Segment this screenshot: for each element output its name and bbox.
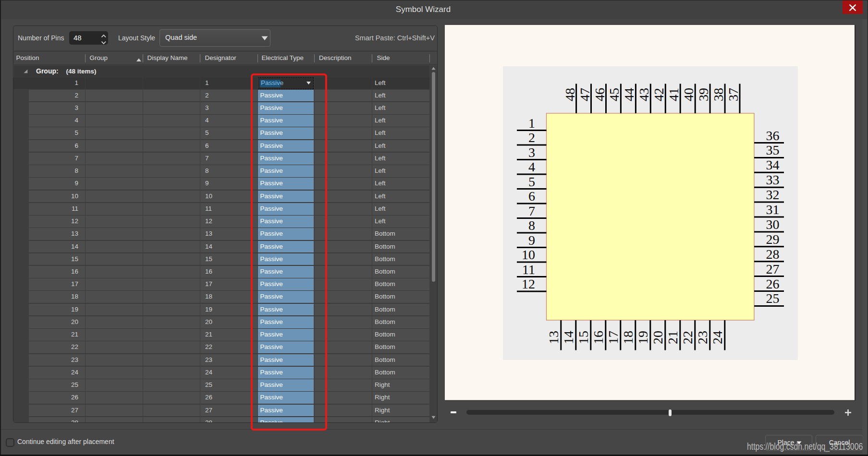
svg-text:35: 35 xyxy=(766,143,780,157)
svg-text:2: 2 xyxy=(528,130,535,145)
svg-text:47: 47 xyxy=(577,88,592,101)
svg-text:48: 48 xyxy=(562,88,577,101)
svg-text:23: 23 xyxy=(695,331,710,344)
svg-text:37: 37 xyxy=(726,88,741,101)
svg-text:30: 30 xyxy=(766,217,780,232)
svg-text:12: 12 xyxy=(522,276,535,291)
svg-text:25: 25 xyxy=(766,291,780,306)
svg-text:10: 10 xyxy=(522,247,535,262)
svg-text:40: 40 xyxy=(681,88,696,101)
svg-text:15: 15 xyxy=(576,331,591,344)
svg-text:7: 7 xyxy=(528,204,535,218)
svg-text:41: 41 xyxy=(666,88,681,101)
svg-text:44: 44 xyxy=(622,88,636,101)
svg-text:36: 36 xyxy=(766,128,780,143)
svg-text:31: 31 xyxy=(766,202,780,217)
svg-text:21: 21 xyxy=(665,331,680,344)
svg-text:27: 27 xyxy=(766,262,780,276)
svg-text:38: 38 xyxy=(711,88,726,101)
svg-text:28: 28 xyxy=(766,247,780,262)
svg-text:19: 19 xyxy=(636,331,650,344)
svg-text:4: 4 xyxy=(528,159,535,174)
svg-text:26: 26 xyxy=(766,276,780,291)
svg-text:14: 14 xyxy=(561,331,576,344)
svg-text:45: 45 xyxy=(607,88,622,101)
svg-text:29: 29 xyxy=(766,232,780,247)
svg-text:46: 46 xyxy=(592,88,607,101)
svg-text:33: 33 xyxy=(766,172,780,187)
svg-text:39: 39 xyxy=(696,88,711,101)
svg-text:3: 3 xyxy=(528,145,535,160)
svg-text:6: 6 xyxy=(528,189,535,204)
svg-text:1: 1 xyxy=(528,116,535,131)
svg-text:11: 11 xyxy=(522,262,535,277)
svg-text:32: 32 xyxy=(766,187,780,202)
svg-text:20: 20 xyxy=(650,331,665,344)
svg-text:17: 17 xyxy=(606,331,621,344)
svg-text:24: 24 xyxy=(710,331,725,344)
svg-text:42: 42 xyxy=(651,88,666,101)
svg-text:13: 13 xyxy=(546,331,561,344)
svg-text:9: 9 xyxy=(528,233,535,248)
svg-text:43: 43 xyxy=(636,88,651,101)
svg-text:34: 34 xyxy=(766,157,780,172)
svg-text:5: 5 xyxy=(528,174,535,189)
svg-text:16: 16 xyxy=(591,331,606,344)
svg-text:18: 18 xyxy=(621,331,636,344)
svg-text:22: 22 xyxy=(680,331,695,344)
svg-text:8: 8 xyxy=(528,218,535,233)
